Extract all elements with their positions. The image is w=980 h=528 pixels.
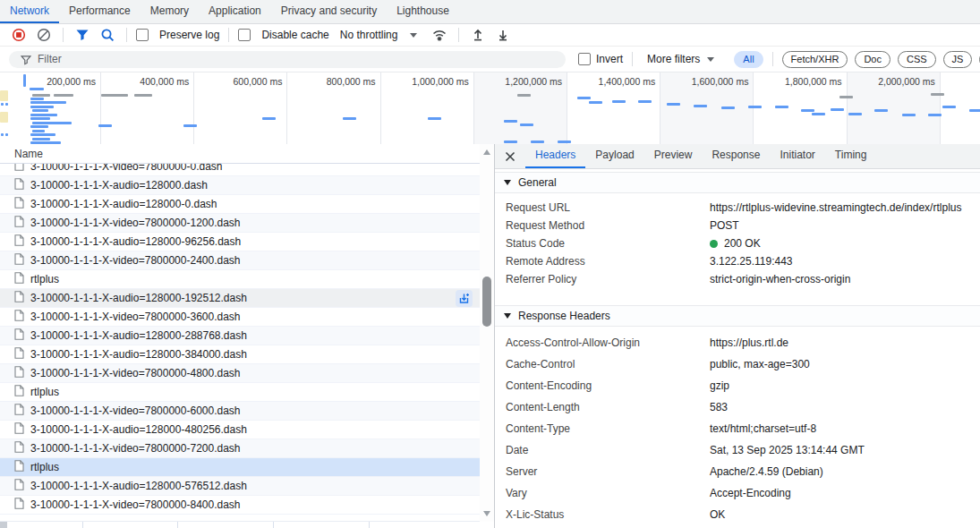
- filter-pill-css[interactable]: CSS: [898, 51, 936, 68]
- table-row[interactable]: 3-10000-1-1-1-X-audio=128000-288768.dash: [0, 327, 480, 345]
- disable-cache-label: Disable cache: [261, 29, 328, 41]
- request-name: 3-10000-1-1-1-X-audio=128000-480256.dash: [30, 423, 247, 436]
- tab-network[interactable]: Network: [0, 0, 59, 23]
- devtools-network-panel: NetworkPerformanceMemoryApplicationPriva…: [0, 0, 980, 528]
- document-icon-wrap: [14, 422, 24, 437]
- header-row: Request MethodPOST: [495, 217, 980, 234]
- request-name: 3-10000-1-1-1-X-video=7800000-8400.dash: [30, 498, 241, 511]
- overview-request-bar: [32, 109, 48, 112]
- tab-privacy-and-security[interactable]: Privacy and security: [271, 0, 387, 23]
- table-row[interactable]: 3-10000-1-1-1-X-video=7800000-8400.dash: [0, 496, 480, 515]
- filter-pill-fetch-xhr[interactable]: Fetch/XHR: [782, 51, 848, 68]
- details-tab-headers[interactable]: Headers: [525, 144, 585, 168]
- filter-icon: [75, 28, 89, 42]
- close-icon: [505, 151, 516, 162]
- table-row[interactable]: 3-10000-1-1-1-X-audio=128000.dash: [0, 176, 480, 195]
- overview-tick-label: 1,600,000 ms: [692, 76, 754, 87]
- disable-cache-checkbox[interactable]: [238, 29, 251, 41]
- details-tab-payload[interactable]: Payload: [585, 144, 643, 168]
- tab-performance[interactable]: Performance: [59, 0, 141, 23]
- request-name: 3-10000-1-1-1-X-video=7800000-7200.dash: [30, 442, 241, 455]
- header-value: POST: [710, 217, 739, 234]
- table-row[interactable]: 3-10000-1-1-1-X-audio=128000-576512.dash: [0, 477, 480, 496]
- overview-tick-label: 800,000 ms: [327, 76, 380, 87]
- tab-memory[interactable]: Memory: [141, 0, 199, 23]
- table-row[interactable]: rtlplus: [0, 383, 480, 402]
- table-row[interactable]: 3-10000-1-1-1-X-audio=128000-480256.dash: [0, 421, 480, 439]
- document-icon: [14, 479, 24, 490]
- filter-toggle-button[interactable]: [72, 26, 92, 44]
- details-tab-response[interactable]: Response: [702, 144, 770, 168]
- table-row[interactable]: rtlplus: [0, 270, 480, 289]
- filter-pill-js[interactable]: JS: [943, 51, 973, 68]
- tab-lighthouse[interactable]: Lighthouse: [387, 0, 459, 23]
- overview-request-bar: [694, 105, 707, 107]
- header-value: public, max-age=300: [710, 353, 810, 375]
- overview-request-bar: [504, 120, 517, 123]
- overview-request-bar: [928, 114, 942, 116]
- filter-input[interactable]: [9, 51, 566, 68]
- row-action-button[interactable]: [456, 290, 473, 307]
- overview-tick-label: 400,000 ms: [140, 76, 193, 87]
- toolbar-divider: [126, 28, 127, 42]
- overview-tick-label: 1,000,000 ms: [412, 76, 473, 87]
- filter-pill-all[interactable]: All: [734, 51, 763, 68]
- name-column-header[interactable]: Name: [0, 144, 480, 164]
- header-value-text: text/html;charset=utf-8: [710, 418, 816, 439]
- export-har-button[interactable]: [493, 26, 513, 44]
- overview-gridline: [847, 72, 848, 145]
- table-row[interactable]: 3-10000-1-1-1-X-audio=128000-192512.dash: [0, 289, 480, 308]
- overview-request-bar: [902, 114, 916, 116]
- details-tab-timing[interactable]: Timing: [825, 144, 877, 168]
- table-row[interactable]: 3-10000-1-1-1-X-video=7800000-1200.dash: [0, 214, 480, 233]
- general-section-header[interactable]: General: [495, 172, 980, 193]
- import-har-button[interactable]: [468, 26, 488, 44]
- table-scrollbar[interactable]: [480, 144, 494, 522]
- overview-request-bar: [183, 124, 197, 127]
- table-row[interactable]: rtlplus: [0, 458, 480, 477]
- record-button[interactable]: [9, 26, 29, 44]
- details-tab-preview[interactable]: Preview: [644, 144, 703, 168]
- table-row[interactable]: 3-10000-1-1-1-X-audio=128000-0.dash: [0, 195, 480, 214]
- record-icon: [12, 28, 26, 42]
- document-icon-wrap: [14, 479, 24, 493]
- search-button[interactable]: [98, 26, 117, 44]
- request-name: rtlplus: [30, 386, 59, 398]
- overview-request-bar: [343, 117, 356, 120]
- table-row[interactable]: 3-10000-1-1-1-X-audio=128000-96256.dash: [0, 233, 480, 251]
- clear-button[interactable]: [34, 26, 54, 44]
- table-row[interactable]: 3-10000-1-1-1-X-video=7800000-4800.dash: [0, 364, 480, 383]
- table-row[interactable]: 3-10000-1-1-1-X-video=7800000-7200.dash: [0, 439, 480, 458]
- overview-request-bar: [5, 133, 8, 136]
- scrollbar-up-arrow[interactable]: [483, 149, 490, 155]
- close-details-button[interactable]: [495, 144, 525, 168]
- scrollbar-thumb[interactable]: [482, 277, 491, 327]
- header-name: Request URL: [506, 199, 710, 217]
- filter-pill-doc[interactable]: Doc: [855, 51, 891, 68]
- table-row[interactable]: 3-10000-1-1-1-X-video=7800000-2400.dash: [0, 251, 480, 270]
- overview-tick-label: 1,200,000 ms: [505, 76, 567, 87]
- tab-application[interactable]: Application: [199, 0, 271, 23]
- overview-request-bar: [638, 100, 652, 103]
- preserve-log-label: Preserve log: [159, 29, 219, 41]
- document-icon: [14, 385, 24, 396]
- header-name: X-Lic-Status: [506, 504, 710, 525]
- table-row[interactable]: 3-10000-1-1-1-X-audio=128000-384000.dash: [0, 345, 480, 364]
- filter-divider: [632, 52, 633, 66]
- scrollbar-down-arrow[interactable]: [483, 511, 490, 516]
- throttling-select[interactable]: No throttling: [340, 29, 418, 41]
- response-headers-section-header[interactable]: Response Headers: [495, 305, 980, 327]
- search-icon: [100, 28, 115, 43]
- invert-checkbox[interactable]: [578, 53, 591, 65]
- table-row[interactable]: 3-10000-1-1-1-X-video=7800000-6000.dash: [0, 402, 480, 421]
- document-icon-wrap: [14, 498, 24, 512]
- preserve-log-checkbox[interactable]: [136, 29, 149, 41]
- header-name: Date: [506, 439, 710, 461]
- request-name: 3-10000-1-1-1-X-video=7800000-3600.dash: [30, 311, 241, 323]
- more-filters-button[interactable]: More filters: [647, 53, 714, 65]
- network-conditions-button[interactable]: [430, 26, 449, 44]
- details-tab-initiator[interactable]: Initiator: [770, 144, 824, 168]
- overview-request-bar: [98, 124, 112, 127]
- network-overview-timeline[interactable]: 200,000 ms400,000 ms600,000 ms800,000 ms…: [0, 72, 980, 146]
- table-row[interactable]: 3-10000-1-1-1-X-video=7800000-3600.dash: [0, 308, 480, 327]
